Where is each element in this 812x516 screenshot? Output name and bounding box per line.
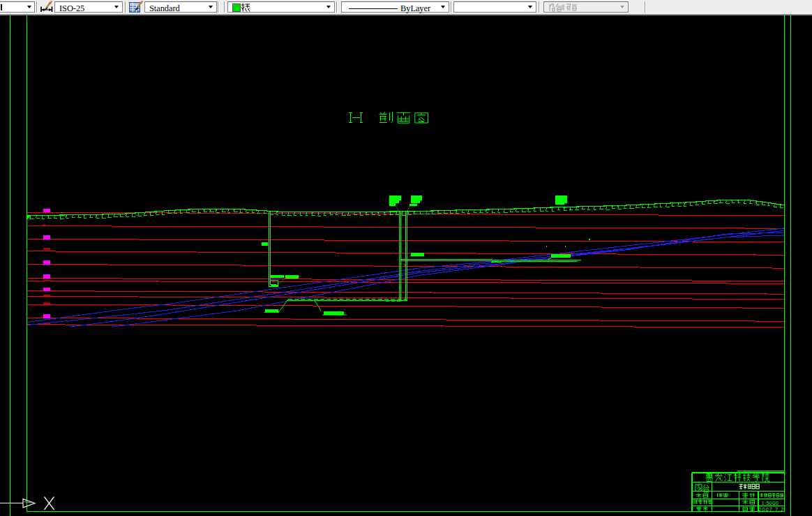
svg-text:2007.7.2: 2007.7.2 [758, 506, 783, 513]
svg-text:1:5000: 1:5000 [762, 500, 779, 506]
